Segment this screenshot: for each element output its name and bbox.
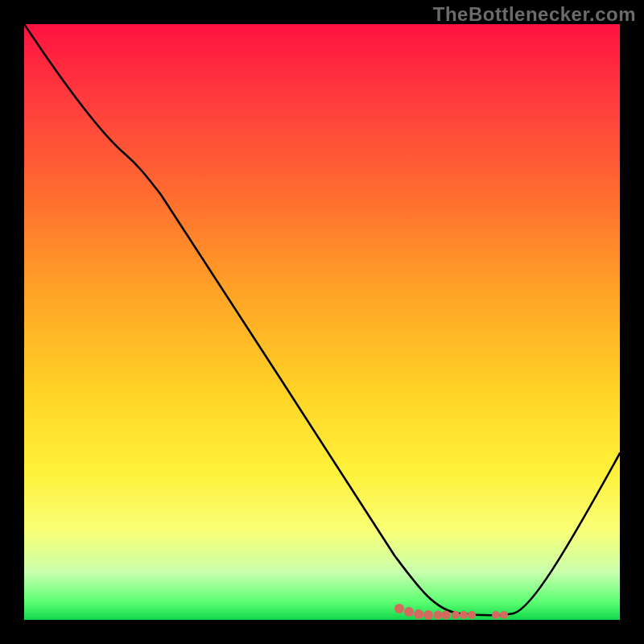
marker-dot bbox=[452, 611, 460, 619]
marker-dot bbox=[442, 611, 451, 620]
marker-dot bbox=[394, 604, 404, 613]
marker-dot bbox=[492, 611, 500, 619]
marker-dot bbox=[423, 610, 433, 620]
marker-dot bbox=[414, 609, 423, 619]
marker-dot bbox=[468, 611, 476, 619]
marker-dot bbox=[460, 611, 468, 619]
plot-overlay bbox=[24, 24, 620, 620]
chart-container: TheBottlenecker.com bbox=[0, 0, 644, 644]
bottleneck-curve bbox=[24, 24, 620, 615]
marker-dot bbox=[404, 607, 414, 617]
watermark-text: TheBottlenecker.com bbox=[433, 3, 636, 26]
marker-dot bbox=[500, 611, 508, 619]
marker-dot bbox=[434, 611, 443, 620]
plot-frame bbox=[24, 24, 620, 620]
